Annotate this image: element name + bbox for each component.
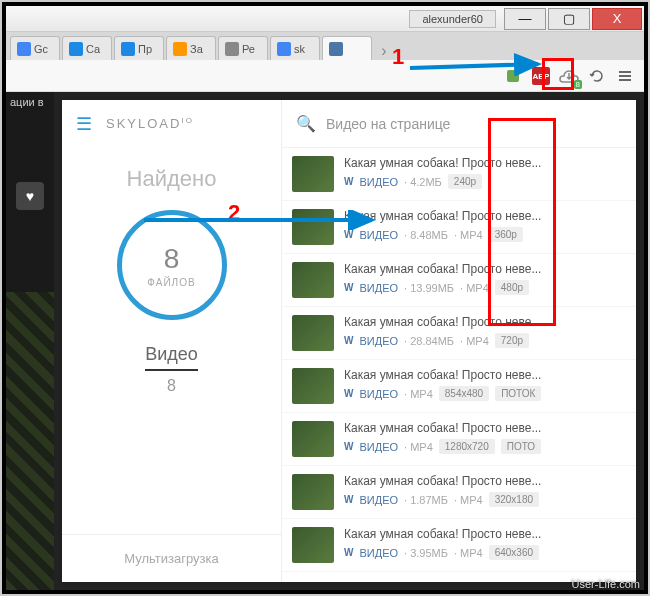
- source-label: ВИДЕО: [359, 441, 398, 453]
- tab-label: Gc: [34, 43, 48, 55]
- vk-icon: W: [344, 388, 353, 399]
- file-item[interactable]: Какая умная собака! Просто неве...WВИДЕО…: [282, 466, 636, 519]
- browser-tab[interactable]: За: [166, 36, 216, 60]
- favicon: [329, 42, 343, 56]
- file-size: · 1.87МБ: [404, 494, 448, 506]
- file-thumbnail: [292, 421, 334, 457]
- browser-tab[interactable]: Gc: [10, 36, 60, 60]
- browser-tab[interactable]: Ca: [62, 36, 112, 60]
- file-title: Какая умная собака! Просто неве...: [344, 474, 626, 488]
- quality-badge[interactable]: 320x180: [489, 492, 539, 507]
- found-label: Найдено: [127, 166, 217, 192]
- browser-tab[interactable]: [322, 36, 372, 60]
- stream-badge[interactable]: ПОТО: [501, 439, 541, 454]
- count-circle: 8 ФАЙЛОВ: [117, 210, 227, 320]
- source-label: ВИДЕО: [359, 282, 398, 294]
- file-item[interactable]: Какая умная собака! Просто неве...WВИДЕО…: [282, 360, 636, 413]
- file-size: · 8.48МБ: [404, 229, 448, 241]
- file-item[interactable]: Какая умная собака! Просто неве...WВИДЕО…: [282, 148, 636, 201]
- file-item[interactable]: Какая умная собака! Просто неве...WВИДЕО…: [282, 519, 636, 572]
- minimize-button[interactable]: —: [504, 8, 546, 30]
- file-thumbnail: [292, 209, 334, 245]
- close-button[interactable]: X: [592, 8, 642, 30]
- file-format: · MP4: [454, 229, 483, 241]
- hamburger-icon[interactable]: ☰: [76, 113, 92, 135]
- stream-badge[interactable]: ПОТОК: [495, 386, 541, 401]
- browser-tabs: GcCaПрЗаРеsk›: [6, 32, 644, 60]
- favicon: [69, 42, 83, 56]
- file-title: Какая умная собака! Просто неве...: [344, 315, 626, 329]
- browser-tab[interactable]: Ре: [218, 36, 268, 60]
- favicon: [121, 42, 135, 56]
- file-item[interactable]: Какая умная собака! Просто неве...WВИДЕО…: [282, 413, 636, 466]
- menu-icon[interactable]: [614, 65, 636, 87]
- quality-badge[interactable]: 360p: [489, 227, 523, 242]
- file-format: · MP4: [454, 547, 483, 559]
- tab-label: Пр: [138, 43, 152, 55]
- category-count: 8: [167, 377, 176, 395]
- tab-label: Ре: [242, 43, 255, 55]
- tab-label: Ca: [86, 43, 100, 55]
- quality-badge[interactable]: 854x480: [439, 386, 489, 401]
- extension-icon[interactable]: [502, 65, 524, 87]
- new-tab-button[interactable]: ›: [374, 42, 394, 60]
- file-title: Какая умная собака! Просто неве...: [344, 209, 626, 223]
- page-text-fragment: ации в: [6, 92, 54, 112]
- file-item[interactable]: Какая умная собака! Просто неве...WВИДЕО…: [282, 307, 636, 360]
- quality-badge[interactable]: 480p: [495, 280, 529, 295]
- file-count: 8: [164, 243, 180, 275]
- file-format: · MP4: [460, 282, 489, 294]
- source-label: ВИДЕО: [359, 176, 398, 188]
- skyload-popup: ☰ SKYLOADIO Найдено 8 ФАЙЛОВ Видео 8 Мул…: [62, 100, 636, 582]
- like-button[interactable]: ♥: [16, 182, 44, 210]
- file-format: · MP4: [404, 441, 433, 453]
- brand-label: SKYLOADIO: [106, 116, 194, 131]
- vk-icon: W: [344, 282, 353, 293]
- file-format: · MP4: [454, 494, 483, 506]
- file-title: Какая умная собака! Просто неве...: [344, 156, 626, 170]
- multidownload-button[interactable]: Мультизагрузка: [62, 534, 281, 582]
- search-placeholder: Видео на странице: [326, 116, 450, 132]
- file-thumbnail: [292, 527, 334, 563]
- quality-badge[interactable]: 1280x720: [439, 439, 495, 454]
- maximize-button[interactable]: ▢: [548, 8, 590, 30]
- file-thumbnail: [292, 262, 334, 298]
- category-video[interactable]: Видео: [145, 344, 198, 371]
- file-thumbnail: [292, 368, 334, 404]
- file-item[interactable]: Какая умная собака! Просто неве...WВИДЕО…: [282, 201, 636, 254]
- search-row[interactable]: 🔍 Видео на странице: [282, 100, 636, 148]
- svg-text:ABP: ABP: [533, 72, 550, 81]
- user-label: alexunder60: [409, 10, 496, 28]
- file-format: · MP4: [404, 388, 433, 400]
- vk-icon: W: [344, 335, 353, 346]
- file-size: · 4.2МБ: [404, 176, 442, 188]
- quality-badge[interactable]: 640x360: [489, 545, 539, 560]
- file-title: Какая умная собака! Просто неве...: [344, 421, 626, 435]
- skyload-extension-icon[interactable]: 8: [558, 65, 580, 87]
- vk-icon: W: [344, 229, 353, 240]
- search-icon: 🔍: [296, 114, 316, 133]
- file-thumbnail: [292, 315, 334, 351]
- source-label: ВИДЕО: [359, 335, 398, 347]
- file-size: · 28.84МБ: [404, 335, 454, 347]
- abp-icon[interactable]: ABP: [530, 65, 552, 87]
- source-label: ВИДЕО: [359, 494, 398, 506]
- source-label: ВИДЕО: [359, 547, 398, 559]
- favicon: [17, 42, 31, 56]
- browser-toolbar: ABP 8: [6, 60, 644, 92]
- video-thumbnail-bg: [6, 292, 54, 590]
- quality-badge[interactable]: 720p: [495, 333, 529, 348]
- file-item[interactable]: Какая умная собака! Просто неве...WВИДЕО…: [282, 254, 636, 307]
- vk-icon: W: [344, 441, 353, 452]
- tab-label: sk: [294, 43, 305, 55]
- reload-icon[interactable]: [586, 65, 608, 87]
- watermark: User-Life.com: [572, 578, 640, 590]
- file-format: · MP4: [460, 335, 489, 347]
- browser-tab[interactable]: Пр: [114, 36, 164, 60]
- file-list: Какая умная собака! Просто неве...WВИДЕО…: [282, 148, 636, 582]
- browser-tab[interactable]: sk: [270, 36, 320, 60]
- file-title: Какая умная собака! Просто неве...: [344, 262, 626, 276]
- favicon: [277, 42, 291, 56]
- quality-badge[interactable]: 240p: [448, 174, 482, 189]
- badge-count: 8: [574, 80, 582, 89]
